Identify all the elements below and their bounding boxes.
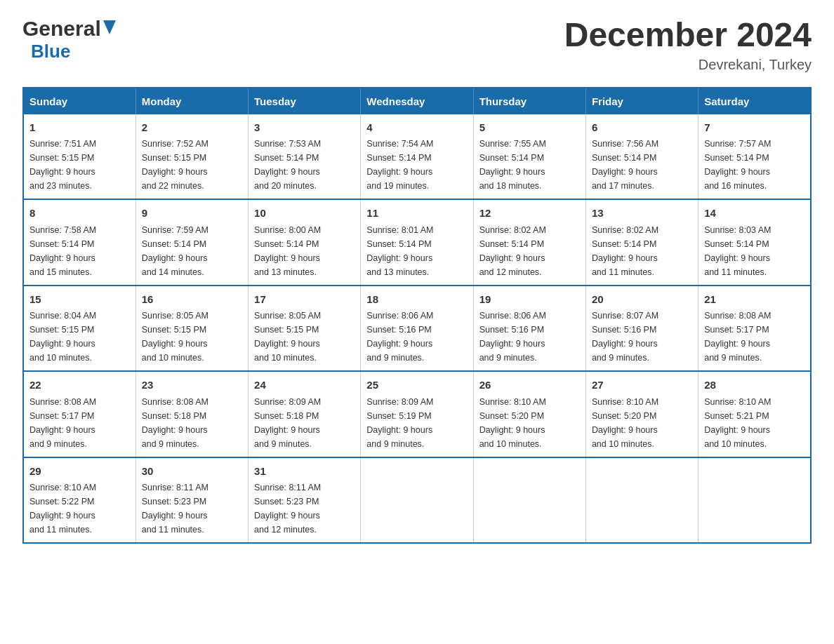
- calendar-cell: 2Sunrise: 7:52 AMSunset: 5:15 PMDaylight…: [135, 114, 248, 200]
- calendar-week-row: 22Sunrise: 8:08 AMSunset: 5:17 PMDayligh…: [23, 371, 811, 457]
- calendar-week-row: 15Sunrise: 8:04 AMSunset: 5:15 PMDayligh…: [23, 286, 811, 372]
- calendar-cell: 31Sunrise: 8:11 AMSunset: 5:23 PMDayligh…: [249, 457, 361, 544]
- calendar-cell: 16Sunrise: 8:05 AMSunset: 5:15 PMDayligh…: [135, 286, 248, 372]
- calendar-cell: 22Sunrise: 8:08 AMSunset: 5:17 PMDayligh…: [23, 371, 135, 457]
- day-number: 3: [254, 120, 355, 136]
- day-info: Sunrise: 8:10 AMSunset: 5:21 PMDaylight:…: [704, 395, 805, 451]
- day-number: 23: [142, 377, 242, 394]
- calendar-cell: 14Sunrise: 8:03 AMSunset: 5:14 PMDayligh…: [699, 199, 811, 286]
- day-number: 10: [254, 206, 355, 222]
- month-title: December 2024: [564, 17, 812, 54]
- calendar-cell: 6Sunrise: 7:56 AMSunset: 5:14 PMDaylight…: [585, 114, 698, 200]
- calendar-cell: 8Sunrise: 7:58 AMSunset: 5:14 PMDaylight…: [23, 199, 135, 286]
- calendar-cell: 25Sunrise: 8:09 AMSunset: 5:19 PMDayligh…: [361, 371, 473, 457]
- col-sunday: Sunday: [23, 88, 135, 114]
- day-info: Sunrise: 8:04 AMSunset: 5:15 PMDaylight:…: [29, 309, 130, 365]
- day-number: 9: [142, 206, 242, 222]
- day-number: 30: [142, 464, 242, 480]
- calendar-cell: 15Sunrise: 8:04 AMSunset: 5:15 PMDayligh…: [23, 286, 135, 372]
- calendar-cell: 24Sunrise: 8:09 AMSunset: 5:18 PMDayligh…: [249, 371, 361, 457]
- calendar-week-row: 1Sunrise: 7:51 AMSunset: 5:15 PMDaylight…: [23, 114, 811, 200]
- day-number: 29: [29, 464, 130, 480]
- day-number: 22: [29, 377, 130, 394]
- header-row: Sunday Monday Tuesday Wednesday Thursday…: [23, 88, 811, 114]
- day-info: Sunrise: 8:11 AMSunset: 5:23 PMDaylight:…: [254, 481, 355, 537]
- calendar-cell: [473, 457, 585, 544]
- day-number: 4: [366, 120, 467, 136]
- day-number: 24: [254, 377, 355, 394]
- day-number: 5: [479, 120, 580, 136]
- day-info: Sunrise: 8:01 AMSunset: 5:14 PMDaylight:…: [366, 223, 467, 279]
- day-info: Sunrise: 8:10 AMSunset: 5:22 PMDaylight:…: [29, 481, 130, 537]
- col-thursday: Thursday: [473, 88, 585, 114]
- day-info: Sunrise: 8:11 AMSunset: 5:23 PMDaylight:…: [142, 481, 242, 537]
- day-number: 20: [592, 292, 692, 308]
- day-info: Sunrise: 8:09 AMSunset: 5:18 PMDaylight:…: [254, 395, 355, 451]
- day-number: 25: [366, 377, 467, 394]
- day-number: 26: [479, 377, 580, 394]
- day-number: 13: [592, 206, 692, 222]
- col-monday: Monday: [135, 88, 248, 114]
- calendar-cell: [361, 457, 473, 544]
- calendar-cell: 29Sunrise: 8:10 AMSunset: 5:22 PMDayligh…: [23, 457, 135, 544]
- title-block: December 2024 Devrekani, Turkey: [564, 17, 812, 73]
- calendar-cell: 5Sunrise: 7:55 AMSunset: 5:14 PMDaylight…: [473, 114, 585, 200]
- day-info: Sunrise: 7:52 AMSunset: 5:15 PMDaylight:…: [142, 137, 242, 193]
- calendar-cell: 27Sunrise: 8:10 AMSunset: 5:20 PMDayligh…: [585, 371, 698, 457]
- day-number: 18: [366, 292, 467, 308]
- day-number: 14: [704, 206, 805, 222]
- day-info: Sunrise: 7:54 AMSunset: 5:14 PMDaylight:…: [366, 137, 467, 193]
- day-number: 1: [29, 120, 130, 136]
- logo-general-text: General: [22, 17, 101, 41]
- calendar-header: Sunday Monday Tuesday Wednesday Thursday…: [23, 88, 811, 114]
- day-info: Sunrise: 8:02 AMSunset: 5:14 PMDaylight:…: [592, 223, 692, 279]
- day-info: Sunrise: 7:59 AMSunset: 5:14 PMDaylight:…: [142, 223, 242, 279]
- day-number: 31: [254, 464, 355, 480]
- day-number: 11: [366, 206, 467, 222]
- col-wednesday: Wednesday: [361, 88, 473, 114]
- day-info: Sunrise: 7:56 AMSunset: 5:14 PMDaylight:…: [592, 137, 692, 193]
- calendar-cell: 28Sunrise: 8:10 AMSunset: 5:21 PMDayligh…: [699, 371, 811, 457]
- calendar-cell: 23Sunrise: 8:08 AMSunset: 5:18 PMDayligh…: [135, 371, 248, 457]
- calendar-table: Sunday Monday Tuesday Wednesday Thursday…: [22, 87, 812, 544]
- calendar-cell: 19Sunrise: 8:06 AMSunset: 5:16 PMDayligh…: [473, 286, 585, 372]
- day-info: Sunrise: 8:00 AMSunset: 5:14 PMDaylight:…: [254, 223, 355, 279]
- calendar-cell: 11Sunrise: 8:01 AMSunset: 5:14 PMDayligh…: [361, 199, 473, 286]
- day-info: Sunrise: 8:08 AMSunset: 5:17 PMDaylight:…: [29, 395, 130, 451]
- day-info: Sunrise: 8:09 AMSunset: 5:19 PMDaylight:…: [366, 395, 467, 451]
- day-info: Sunrise: 7:51 AMSunset: 5:15 PMDaylight:…: [29, 137, 130, 193]
- day-number: 19: [479, 292, 580, 308]
- day-number: 27: [592, 377, 692, 394]
- day-number: 8: [29, 206, 130, 222]
- day-number: 16: [142, 292, 242, 308]
- calendar-body: 1Sunrise: 7:51 AMSunset: 5:15 PMDaylight…: [23, 114, 811, 544]
- calendar-cell: 10Sunrise: 8:00 AMSunset: 5:14 PMDayligh…: [249, 199, 361, 286]
- calendar-cell: 30Sunrise: 8:11 AMSunset: 5:23 PMDayligh…: [135, 457, 248, 544]
- location-subtitle: Devrekani, Turkey: [564, 57, 812, 73]
- day-info: Sunrise: 8:02 AMSunset: 5:14 PMDaylight:…: [479, 223, 580, 279]
- day-info: Sunrise: 8:10 AMSunset: 5:20 PMDaylight:…: [479, 395, 580, 451]
- day-number: 6: [592, 120, 692, 136]
- calendar-cell: 20Sunrise: 8:07 AMSunset: 5:16 PMDayligh…: [585, 286, 698, 372]
- day-info: Sunrise: 8:05 AMSunset: 5:15 PMDaylight:…: [254, 309, 355, 365]
- svg-marker-0: [103, 20, 116, 34]
- col-friday: Friday: [585, 88, 698, 114]
- day-info: Sunrise: 7:58 AMSunset: 5:14 PMDaylight:…: [29, 223, 130, 279]
- logo-blue-text: Blue: [31, 41, 70, 62]
- day-number: 17: [254, 292, 355, 308]
- logo-triangle-icon: [103, 20, 116, 34]
- day-number: 2: [142, 120, 242, 136]
- day-number: 28: [704, 377, 805, 394]
- calendar-cell: 9Sunrise: 7:59 AMSunset: 5:14 PMDaylight…: [135, 199, 248, 286]
- day-number: 21: [704, 292, 805, 308]
- col-saturday: Saturday: [699, 88, 811, 114]
- day-info: Sunrise: 8:06 AMSunset: 5:16 PMDaylight:…: [366, 309, 467, 365]
- calendar-cell: 18Sunrise: 8:06 AMSunset: 5:16 PMDayligh…: [361, 286, 473, 372]
- calendar-cell: [699, 457, 811, 544]
- day-info: Sunrise: 7:57 AMSunset: 5:14 PMDaylight:…: [704, 137, 805, 193]
- page-header: General Blue December 2024 Devrekani, Tu…: [22, 17, 812, 73]
- calendar-cell: 7Sunrise: 7:57 AMSunset: 5:14 PMDaylight…: [699, 114, 811, 200]
- day-info: Sunrise: 7:55 AMSunset: 5:14 PMDaylight:…: [479, 137, 580, 193]
- calendar-week-row: 8Sunrise: 7:58 AMSunset: 5:14 PMDaylight…: [23, 199, 811, 286]
- calendar-cell: 13Sunrise: 8:02 AMSunset: 5:14 PMDayligh…: [585, 199, 698, 286]
